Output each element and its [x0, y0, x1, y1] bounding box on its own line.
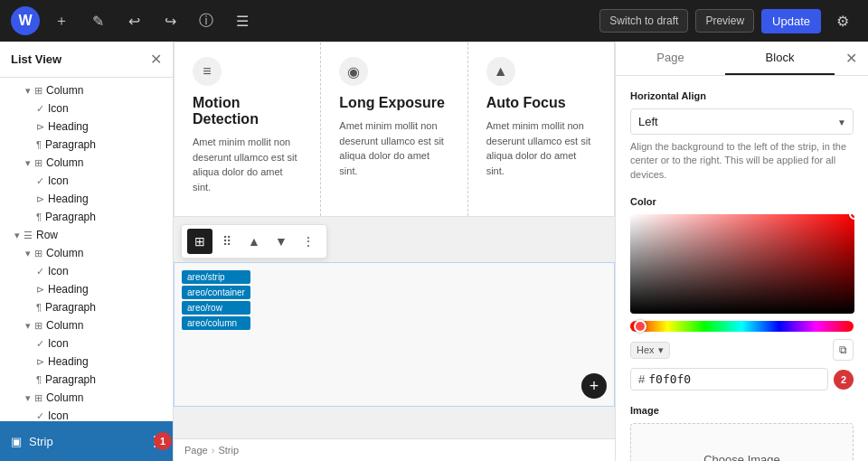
sidebar-item-icon-2[interactable]: ✓ Icon: [0, 172, 173, 190]
horizontal-align-select-wrapper: Left Center Right: [630, 108, 854, 135]
color-hex-input[interactable]: [648, 372, 820, 386]
sidebar-item-column-4[interactable]: ▾ ⊞ Column: [0, 316, 173, 334]
sidebar-item-icon-5[interactable]: ✓ Icon: [0, 407, 173, 421]
color-hue-slider[interactable]: [630, 321, 854, 332]
move-up-button[interactable]: ▲: [241, 229, 267, 254]
list-view-button[interactable]: ☰: [228, 6, 257, 35]
color-hash-symbol: #: [638, 372, 645, 386]
wordpress-logo: W: [11, 6, 40, 35]
sidebar-item-paragraph-2[interactable]: ¶ Paragraph: [0, 208, 173, 226]
topbar-right: Switch to draft Preview Update ⚙: [599, 6, 857, 35]
color-mode-button[interactable]: Hex ▾: [630, 342, 670, 359]
switch-to-draft-button[interactable]: Switch to draft: [599, 9, 688, 33]
sidebar-item-paragraph-4[interactable]: ¶ Paragraph: [0, 371, 173, 389]
sidebar-item-column-2[interactable]: ▾ ⊞ Column: [0, 154, 173, 172]
sidebar-item-label: Paragraph: [45, 301, 96, 314]
editor-inner: ≡ Motion Detection Amet minim mollit non…: [174, 42, 615, 438]
right-panel: Page Block ✕ Horizontal Align Left Cente…: [615, 42, 868, 461]
collapse-icon: ▾: [25, 85, 31, 97]
feature-cards-row: ≡ Motion Detection Amet minim mollit non…: [174, 42, 615, 217]
breadcrumb-page-link[interactable]: Page: [184, 445, 208, 456]
add-block-button[interactable]: +: [581, 373, 607, 399]
horizontal-align-select[interactable]: Left Center Right: [630, 108, 854, 135]
collapse-icon: ▾: [14, 230, 20, 241]
collapse-icon: ▾: [25, 157, 31, 169]
color-canvas-cursor: [849, 214, 854, 220]
color-hue-thumb: [634, 320, 646, 333]
selected-block[interactable]: areo/strip areo/container areo/row areo/…: [174, 262, 615, 407]
sidebar-item-column-5[interactable]: ▾ ⊞ Column: [0, 389, 173, 407]
sidebar-item-icon-1[interactable]: ✓ Icon: [0, 99, 173, 118]
sidebar-item-paragraph-3[interactable]: ¶ Paragraph: [0, 298, 173, 316]
sidebar-footer[interactable]: ▣ Strip 1 ⋮: [0, 421, 173, 461]
sidebar-item-icon-3[interactable]: ✓ Icon: [0, 262, 173, 280]
feature-card-title-3: Auto Focus: [486, 95, 596, 111]
update-button[interactable]: Update: [761, 9, 821, 33]
feature-card-2: ◉ Long Exposure Amet minim mollit non de…: [321, 42, 467, 216]
column-icon: ⊞: [34, 157, 42, 169]
topbar-left: W ＋ ✎ ↩ ↪ ⓘ ☰: [11, 6, 257, 35]
heading-icon: ⊳: [36, 284, 44, 296]
sidebar-item-label: Paragraph: [45, 138, 96, 151]
horizontal-align-hint: Align the background to the left of the …: [630, 140, 854, 182]
color-picker-canvas[interactable]: [630, 214, 854, 314]
breadcrumb-container[interactable]: areo/container: [182, 286, 250, 299]
move-down-button[interactable]: ▼: [269, 229, 294, 254]
sidebar-item-label: Heading: [48, 283, 89, 296]
feature-card-body-2: Amet minim mollit non deserunt ullamco e…: [339, 118, 448, 178]
sidebar-item-paragraph-1[interactable]: ¶ Paragraph: [0, 136, 173, 154]
breadcrumb-strip[interactable]: areo/strip: [182, 270, 250, 284]
sidebar-item-heading-4[interactable]: ⊳ Heading: [0, 353, 173, 371]
sidebar-item-row[interactable]: ▾ ☰ Row: [0, 226, 173, 244]
sidebar-item-label: Icon: [48, 337, 69, 350]
sidebar-item-label: Column: [46, 84, 83, 97]
sidebar-item-label: Icon: [48, 409, 69, 421]
feature-card-1: ≡ Motion Detection Amet minim mollit non…: [175, 42, 321, 216]
heading-icon: ⊳: [36, 193, 44, 205]
image-label: Image: [630, 405, 854, 416]
sidebar-item-heading-1[interactable]: ⊳ Heading: [0, 118, 173, 136]
panel-close-button[interactable]: ✕: [835, 42, 868, 74]
color-copy-button[interactable]: ⧉: [833, 339, 854, 361]
check-icon: ✓: [36, 175, 44, 187]
sidebar-item-heading-3[interactable]: ⊳ Heading: [0, 280, 173, 298]
tools-button[interactable]: ✎: [83, 6, 112, 35]
right-panel-body: Horizontal Align Left Center Right Align…: [616, 76, 868, 461]
preview-button[interactable]: Preview: [695, 9, 754, 33]
feature-card-body-3: Amet minim mollit non deserunt ullamco e…: [486, 118, 596, 178]
sidebar-item-label: Paragraph: [45, 373, 96, 386]
undo-button[interactable]: ↩: [119, 6, 148, 35]
sidebar-item-label: Column: [46, 247, 83, 259]
sidebar-close-button[interactable]: ✕: [150, 51, 162, 68]
sidebar-item-column-3[interactable]: ▾ ⊞ Column: [0, 244, 173, 262]
choose-image-button[interactable]: Choose Image: [630, 423, 854, 461]
collapse-icon: ▾: [25, 392, 31, 404]
tab-page[interactable]: Page: [616, 42, 725, 75]
column-icon: ⊞: [34, 320, 42, 332]
more-options-button[interactable]: ⋮: [296, 229, 321, 254]
check-icon: ✓: [36, 338, 44, 350]
sidebar-item-label: Icon: [48, 174, 69, 187]
sidebar-header: List View ✕: [0, 42, 173, 78]
drag-handle-button[interactable]: ⠿: [214, 229, 240, 254]
info-button[interactable]: ⓘ: [192, 6, 221, 35]
settings-button[interactable]: ⚙: [828, 6, 857, 35]
paragraph-icon: ¶: [36, 302, 42, 313]
tab-block[interactable]: Block: [725, 42, 835, 75]
column-icon: ⊞: [34, 392, 42, 404]
column-icon: ⊞: [34, 85, 42, 97]
add-block-topbar-button[interactable]: ＋: [47, 6, 76, 35]
breadcrumb-strip-link[interactable]: Strip: [218, 445, 239, 456]
breadcrumb-row[interactable]: areo/row: [182, 301, 250, 315]
sidebar-item-heading-2[interactable]: ⊳ Heading: [0, 190, 173, 208]
sidebar-item-column-1[interactable]: ▾ ⊞ Column: [0, 81, 173, 99]
breadcrumb-column[interactable]: areo/column: [182, 316, 250, 330]
sidebar-item-icon-4[interactable]: ✓ Icon: [0, 334, 173, 353]
color-section: Color Hex ▾ ⧉ #: [630, 196, 854, 390]
feature-card-title-2: Long Exposure: [339, 95, 448, 111]
block-type-button[interactable]: ⊞: [187, 229, 212, 254]
redo-button[interactable]: ↪: [156, 6, 184, 35]
check-icon: ✓: [36, 103, 44, 115]
list-view-title: List View: [11, 52, 61, 66]
sidebar-item-label: Heading: [48, 120, 89, 133]
